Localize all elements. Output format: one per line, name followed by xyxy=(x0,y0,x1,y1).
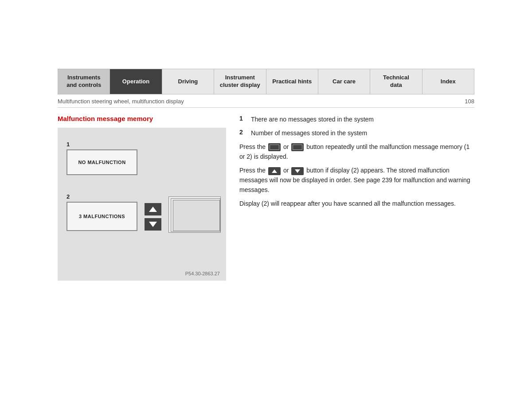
page-title-bar: Multifunction steering wheel, multifunct… xyxy=(58,94,474,108)
item-1-number: 1 xyxy=(239,115,246,122)
display-2: 2 3 MALFUNCTIONS xyxy=(66,193,137,231)
page-stack xyxy=(168,196,222,235)
nav-label-driving: Driving xyxy=(178,78,198,86)
triangle-up-icon xyxy=(272,169,277,173)
nav-label-operation: Operation xyxy=(122,78,149,86)
item-1-text: There are no messages stored in the syst… xyxy=(251,115,374,124)
screen-2-text: 3 MALFUNCTIONS xyxy=(79,214,125,219)
arrow-buttons-diagram xyxy=(145,203,161,231)
section-title: Malfunction message memory xyxy=(58,115,226,122)
diagram-arrow-down-btn xyxy=(145,218,161,231)
diagram-arrow-up-btn xyxy=(145,203,161,215)
left-column: Malfunction message memory 1 NO MALFUNCT… xyxy=(58,115,226,281)
stacked-pages-diagram xyxy=(168,196,222,235)
para2-or: or xyxy=(283,167,290,174)
numbered-item-1: 1 There are no messages stored in the sy… xyxy=(239,115,474,124)
numbered-item-2: 2 Number of messages stored in the syste… xyxy=(239,129,474,138)
paragraph-3: Display (2) will reappear after you have… xyxy=(239,199,474,209)
button-arrow-up-icon xyxy=(268,167,281,175)
display-2-label: 2 xyxy=(66,193,137,200)
nav-item-operation[interactable]: Operation xyxy=(110,69,162,94)
nav-label-car-care: Car care xyxy=(332,78,356,86)
navigation-bar: Instrumentsand controls Operation Drivin… xyxy=(58,69,474,94)
item-2-text: Number of messages stored in the system xyxy=(251,129,367,138)
nav-item-instruments[interactable]: Instrumentsand controls xyxy=(58,69,110,94)
nav-label-technical-data: Technicaldata xyxy=(383,74,409,89)
breadcrumb: Multifunction steering wheel, multifunct… xyxy=(58,98,184,105)
screen-1-text: NO MALFUNCTION xyxy=(78,160,125,165)
reference-code: P54.30-2863.27 xyxy=(185,271,220,276)
para2-before: Press the xyxy=(239,167,266,174)
nav-item-technical-data[interactable]: Technicaldata xyxy=(370,69,422,94)
button-arrow-down-icon xyxy=(291,167,304,175)
nav-item-practical-hints[interactable]: Practical hints xyxy=(266,69,318,94)
content-area: Multifunction steering wheel, multifunct… xyxy=(58,94,474,281)
right-column: 1 There are no messages stored in the sy… xyxy=(239,115,474,281)
diagram-container: 1 NO MALFUNCTION 2 3 MALFUNCTIONS xyxy=(58,128,226,281)
button-icon-2 xyxy=(291,143,304,151)
para1-before: Press the xyxy=(239,143,266,150)
display-1-label: 1 xyxy=(66,141,137,148)
main-content: Malfunction message memory 1 NO MALFUNCT… xyxy=(58,115,474,281)
page-number: 108 xyxy=(465,98,474,105)
nav-item-driving[interactable]: Driving xyxy=(162,69,214,94)
screen-2: 3 MALFUNCTIONS xyxy=(66,202,137,231)
nav-item-car-care[interactable]: Car care xyxy=(318,69,370,94)
item-2-number: 2 xyxy=(239,129,246,136)
triangle-down-icon xyxy=(295,169,300,173)
para1-or: or xyxy=(283,143,290,150)
nav-item-instrument-cluster[interactable]: Instrumentcluster display xyxy=(214,69,266,94)
diagram-arrow-up-icon xyxy=(149,207,157,212)
nav-item-index[interactable]: Index xyxy=(422,69,474,94)
screen-1: NO MALFUNCTION xyxy=(66,149,137,175)
nav-label-index: Index xyxy=(441,78,456,86)
paragraph-1: Press the or button repeatedly until the… xyxy=(239,142,474,161)
stacked-page-1 xyxy=(173,200,220,231)
paragraph-2: Press the or button if display (2) appea… xyxy=(239,166,474,195)
diagram-arrow-down-icon xyxy=(149,222,157,227)
button-icon-1 xyxy=(268,143,281,151)
nav-label-instruments: Instrumentsand controls xyxy=(66,74,101,89)
nav-label-instrument-cluster: Instrumentcluster display xyxy=(220,74,260,89)
nav-label-practical-hints: Practical hints xyxy=(272,78,312,86)
display-1: 1 NO MALFUNCTION xyxy=(66,141,137,175)
